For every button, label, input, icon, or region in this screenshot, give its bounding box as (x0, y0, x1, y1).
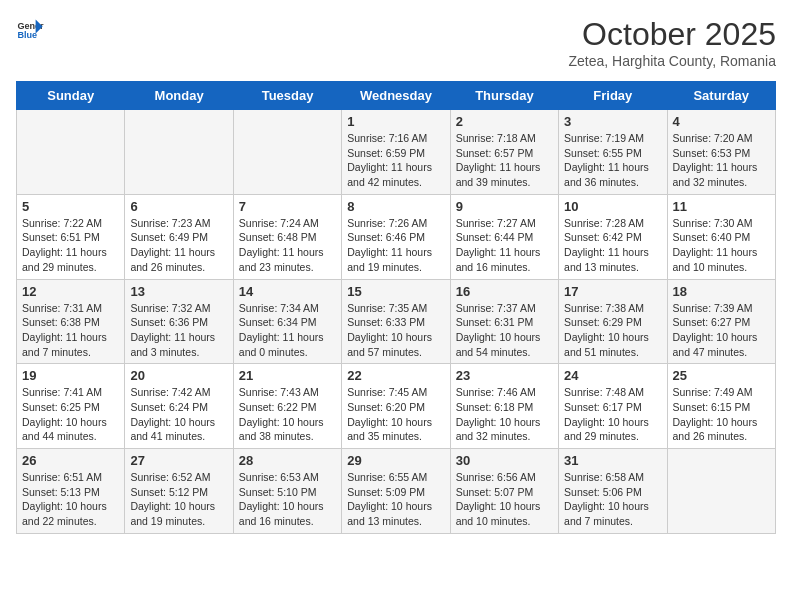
day-number: 11 (673, 199, 770, 214)
subtitle: Zetea, Harghita County, Romania (568, 53, 776, 69)
day-number: 6 (130, 199, 227, 214)
day-number: 4 (673, 114, 770, 129)
day-info: Sunrise: 7:18 AMSunset: 6:57 PMDaylight:… (456, 131, 553, 190)
day-number: 1 (347, 114, 444, 129)
calendar-cell: 1Sunrise: 7:16 AMSunset: 6:59 PMDaylight… (342, 110, 450, 195)
calendar-cell: 22Sunrise: 7:45 AMSunset: 6:20 PMDayligh… (342, 364, 450, 449)
day-info: Sunrise: 7:34 AMSunset: 6:34 PMDaylight:… (239, 301, 336, 360)
calendar-cell: 5Sunrise: 7:22 AMSunset: 6:51 PMDaylight… (17, 194, 125, 279)
day-number: 18 (673, 284, 770, 299)
month-title: October 2025 (568, 16, 776, 53)
day-info: Sunrise: 6:56 AMSunset: 5:07 PMDaylight:… (456, 470, 553, 529)
day-info: Sunrise: 7:16 AMSunset: 6:59 PMDaylight:… (347, 131, 444, 190)
day-info: Sunrise: 7:20 AMSunset: 6:53 PMDaylight:… (673, 131, 770, 190)
calendar-cell: 7Sunrise: 7:24 AMSunset: 6:48 PMDaylight… (233, 194, 341, 279)
day-number: 26 (22, 453, 119, 468)
calendar-week-row: 26Sunrise: 6:51 AMSunset: 5:13 PMDayligh… (17, 449, 776, 534)
day-number: 20 (130, 368, 227, 383)
calendar-cell: 23Sunrise: 7:46 AMSunset: 6:18 PMDayligh… (450, 364, 558, 449)
day-number: 31 (564, 453, 661, 468)
calendar-cell: 31Sunrise: 6:58 AMSunset: 5:06 PMDayligh… (559, 449, 667, 534)
logo-icon: General Blue (16, 16, 44, 44)
day-info: Sunrise: 7:31 AMSunset: 6:38 PMDaylight:… (22, 301, 119, 360)
day-number: 3 (564, 114, 661, 129)
calendar-cell: 15Sunrise: 7:35 AMSunset: 6:33 PMDayligh… (342, 279, 450, 364)
day-info: Sunrise: 7:49 AMSunset: 6:15 PMDaylight:… (673, 385, 770, 444)
day-info: Sunrise: 7:48 AMSunset: 6:17 PMDaylight:… (564, 385, 661, 444)
day-number: 23 (456, 368, 553, 383)
day-number: 19 (22, 368, 119, 383)
calendar-day-header: Sunday (17, 82, 125, 110)
calendar-cell: 26Sunrise: 6:51 AMSunset: 5:13 PMDayligh… (17, 449, 125, 534)
day-number: 22 (347, 368, 444, 383)
day-info: Sunrise: 6:55 AMSunset: 5:09 PMDaylight:… (347, 470, 444, 529)
calendar-day-header: Tuesday (233, 82, 341, 110)
day-info: Sunrise: 7:41 AMSunset: 6:25 PMDaylight:… (22, 385, 119, 444)
title-area: October 2025 Zetea, Harghita County, Rom… (568, 16, 776, 69)
day-info: Sunrise: 7:22 AMSunset: 6:51 PMDaylight:… (22, 216, 119, 275)
day-number: 27 (130, 453, 227, 468)
day-info: Sunrise: 7:19 AMSunset: 6:55 PMDaylight:… (564, 131, 661, 190)
day-number: 29 (347, 453, 444, 468)
day-info: Sunrise: 7:38 AMSunset: 6:29 PMDaylight:… (564, 301, 661, 360)
calendar-week-row: 19Sunrise: 7:41 AMSunset: 6:25 PMDayligh… (17, 364, 776, 449)
calendar-header-row: SundayMondayTuesdayWednesdayThursdayFrid… (17, 82, 776, 110)
calendar-day-header: Thursday (450, 82, 558, 110)
day-number: 8 (347, 199, 444, 214)
day-number: 13 (130, 284, 227, 299)
day-info: Sunrise: 7:45 AMSunset: 6:20 PMDaylight:… (347, 385, 444, 444)
calendar-cell (233, 110, 341, 195)
calendar-day-header: Wednesday (342, 82, 450, 110)
day-info: Sunrise: 7:43 AMSunset: 6:22 PMDaylight:… (239, 385, 336, 444)
day-info: Sunrise: 7:39 AMSunset: 6:27 PMDaylight:… (673, 301, 770, 360)
calendar-cell: 13Sunrise: 7:32 AMSunset: 6:36 PMDayligh… (125, 279, 233, 364)
calendar-cell: 10Sunrise: 7:28 AMSunset: 6:42 PMDayligh… (559, 194, 667, 279)
calendar-cell: 9Sunrise: 7:27 AMSunset: 6:44 PMDaylight… (450, 194, 558, 279)
day-number: 12 (22, 284, 119, 299)
day-number: 28 (239, 453, 336, 468)
day-info: Sunrise: 6:53 AMSunset: 5:10 PMDaylight:… (239, 470, 336, 529)
day-number: 10 (564, 199, 661, 214)
calendar-cell (125, 110, 233, 195)
day-number: 2 (456, 114, 553, 129)
calendar-cell: 6Sunrise: 7:23 AMSunset: 6:49 PMDaylight… (125, 194, 233, 279)
calendar-cell: 17Sunrise: 7:38 AMSunset: 6:29 PMDayligh… (559, 279, 667, 364)
calendar-cell: 25Sunrise: 7:49 AMSunset: 6:15 PMDayligh… (667, 364, 775, 449)
calendar-cell: 16Sunrise: 7:37 AMSunset: 6:31 PMDayligh… (450, 279, 558, 364)
calendar-cell: 8Sunrise: 7:26 AMSunset: 6:46 PMDaylight… (342, 194, 450, 279)
day-info: Sunrise: 6:52 AMSunset: 5:12 PMDaylight:… (130, 470, 227, 529)
calendar-day-header: Saturday (667, 82, 775, 110)
calendar-cell: 20Sunrise: 7:42 AMSunset: 6:24 PMDayligh… (125, 364, 233, 449)
calendar-cell: 21Sunrise: 7:43 AMSunset: 6:22 PMDayligh… (233, 364, 341, 449)
day-number: 30 (456, 453, 553, 468)
logo: General Blue (16, 16, 44, 44)
calendar-cell: 30Sunrise: 6:56 AMSunset: 5:07 PMDayligh… (450, 449, 558, 534)
day-number: 21 (239, 368, 336, 383)
day-info: Sunrise: 7:30 AMSunset: 6:40 PMDaylight:… (673, 216, 770, 275)
calendar-week-row: 1Sunrise: 7:16 AMSunset: 6:59 PMDaylight… (17, 110, 776, 195)
day-number: 16 (456, 284, 553, 299)
calendar-cell: 14Sunrise: 7:34 AMSunset: 6:34 PMDayligh… (233, 279, 341, 364)
day-info: Sunrise: 6:51 AMSunset: 5:13 PMDaylight:… (22, 470, 119, 529)
calendar-cell: 28Sunrise: 6:53 AMSunset: 5:10 PMDayligh… (233, 449, 341, 534)
day-info: Sunrise: 7:26 AMSunset: 6:46 PMDaylight:… (347, 216, 444, 275)
calendar-cell: 3Sunrise: 7:19 AMSunset: 6:55 PMDaylight… (559, 110, 667, 195)
svg-text:Blue: Blue (17, 30, 37, 40)
day-info: Sunrise: 7:37 AMSunset: 6:31 PMDaylight:… (456, 301, 553, 360)
day-number: 15 (347, 284, 444, 299)
calendar-cell: 24Sunrise: 7:48 AMSunset: 6:17 PMDayligh… (559, 364, 667, 449)
calendar-week-row: 5Sunrise: 7:22 AMSunset: 6:51 PMDaylight… (17, 194, 776, 279)
day-info: Sunrise: 7:35 AMSunset: 6:33 PMDaylight:… (347, 301, 444, 360)
calendar-cell (667, 449, 775, 534)
day-number: 24 (564, 368, 661, 383)
day-info: Sunrise: 7:27 AMSunset: 6:44 PMDaylight:… (456, 216, 553, 275)
day-info: Sunrise: 7:32 AMSunset: 6:36 PMDaylight:… (130, 301, 227, 360)
day-info: Sunrise: 7:42 AMSunset: 6:24 PMDaylight:… (130, 385, 227, 444)
calendar-cell: 18Sunrise: 7:39 AMSunset: 6:27 PMDayligh… (667, 279, 775, 364)
calendar-cell (17, 110, 125, 195)
day-info: Sunrise: 7:24 AMSunset: 6:48 PMDaylight:… (239, 216, 336, 275)
calendar-cell: 12Sunrise: 7:31 AMSunset: 6:38 PMDayligh… (17, 279, 125, 364)
day-info: Sunrise: 6:58 AMSunset: 5:06 PMDaylight:… (564, 470, 661, 529)
calendar-cell: 29Sunrise: 6:55 AMSunset: 5:09 PMDayligh… (342, 449, 450, 534)
day-info: Sunrise: 7:23 AMSunset: 6:49 PMDaylight:… (130, 216, 227, 275)
